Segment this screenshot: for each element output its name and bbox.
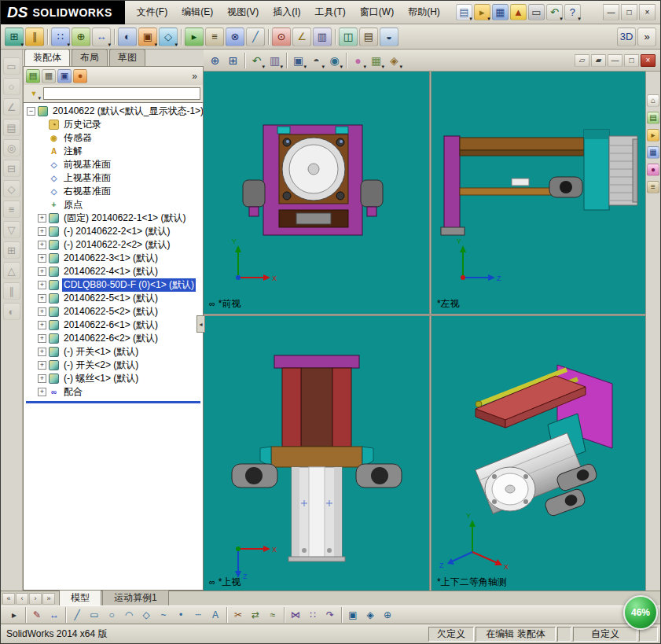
tab-motion-study-1[interactable]: 运动算例1	[102, 590, 169, 605]
centerline-button[interactable]: ┄	[190, 608, 206, 623]
tab-layout[interactable]: 布局	[72, 49, 108, 66]
expand-box[interactable]: +	[38, 374, 46, 383]
menu-help[interactable]: 帮助(H)	[401, 2, 447, 23]
open-document-button[interactable]: ▸▾	[474, 4, 490, 20]
expand-box[interactable]: +	[38, 281, 46, 289]
tree-item[interactable]: −20140622 (默认<默认_显示状态-1>)	[24, 105, 203, 118]
convert-entities-button[interactable]: ⇄	[248, 608, 263, 623]
tree-item[interactable]: +20140622-6<1> (默认)	[24, 318, 203, 332]
expand-box[interactable]: +	[38, 307, 46, 316]
mass-properties-button[interactable]: ▥	[313, 28, 332, 46]
tree-item[interactable]: +20140622-5<2> (默认)	[24, 305, 203, 318]
expand-box[interactable]: +	[38, 321, 46, 329]
new-motion-study-button[interactable]: ▸	[185, 28, 204, 46]
menu-window[interactable]: 窗口(W)	[353, 2, 401, 23]
graphics-viewport[interactable]: Y X ∞ *前视	[204, 72, 645, 591]
tree-item[interactable]: +20140622-5<1> (默认)	[24, 292, 203, 305]
smart-dimension-button[interactable]: ↔	[46, 608, 62, 623]
collapse-box[interactable]: −	[27, 107, 35, 116]
tree-item[interactable]: +原点	[24, 198, 203, 212]
tile-window-button[interactable]: ▱	[575, 54, 589, 67]
spline-button[interactable]: ~	[156, 608, 171, 623]
arc-button[interactable]: ◠	[121, 608, 137, 623]
trim-entities-button[interactable]: ✂	[230, 608, 246, 623]
tree-item[interactable]: +(-) 螺丝<1> (默认)	[24, 372, 203, 385]
menu-insert[interactable]: 插入(I)	[266, 2, 307, 23]
tree-item[interactable]: +∞配合	[24, 385, 203, 399]
cascade-window-button[interactable]: ▰	[591, 54, 606, 67]
minimize-doc-button[interactable]: —	[608, 54, 622, 67]
status-editing-mode[interactable]: 在编辑 装配体	[476, 627, 556, 642]
close-window-button[interactable]: ×	[639, 4, 655, 20]
circle-button[interactable]: ○	[104, 608, 119, 623]
rebuild-alert-button[interactable]: ▲	[510, 4, 527, 20]
tree-item[interactable]: +(-) 开关<1> (默认)	[24, 345, 203, 359]
rectangle-button[interactable]: ▭	[86, 608, 102, 623]
tab-assembly[interactable]: 装配体	[24, 49, 70, 66]
tree-item[interactable]: A注解	[24, 145, 203, 158]
display-style-button[interactable]: ◓▾	[308, 52, 325, 68]
text-button[interactable]: A	[207, 608, 223, 623]
show-hidden-components-button[interactable]: ◐	[118, 28, 137, 46]
tree-item[interactable]: ◇右视基准面	[24, 185, 203, 198]
hide-show-items-button[interactable]: ◉▾	[326, 52, 343, 68]
measure-button[interactable]: ∠	[292, 28, 311, 46]
close-doc-button[interactable]: ×	[641, 54, 655, 67]
restore-doc-button[interactable]: □	[624, 54, 639, 67]
filter-input[interactable]	[43, 87, 200, 100]
maximize-window-button[interactable]: □	[621, 4, 637, 20]
filter-funnel-icon[interactable]: ▼▾	[27, 87, 41, 100]
tree-item[interactable]: +(-) 20140622-2<2> (默认)	[24, 238, 203, 252]
view-cube-button[interactable]: 3D	[617, 28, 636, 46]
tree-item[interactable]: +(固定) 20140622-1<1> (默认)	[24, 212, 203, 225]
expand-box[interactable]: +	[38, 267, 46, 276]
tree-item[interactable]: ◇前视基准面	[24, 158, 203, 171]
select-button[interactable]: ▸	[6, 608, 22, 623]
smart-fasteners-button[interactable]: ⊕	[72, 28, 90, 46]
interference-detection-button[interactable]: ⊙	[272, 28, 291, 46]
tree-item[interactable]: +20140622-3<1> (默认)	[24, 252, 203, 265]
mate-button[interactable]: ∥	[25, 28, 44, 46]
tab-scroll-next-button[interactable]: ›	[29, 593, 42, 605]
custom-properties-tab[interactable]: ≡	[647, 181, 659, 193]
tree-item[interactable]: +(-) 开关<2> (默认)	[24, 359, 203, 372]
rollback-bar[interactable]	[26, 401, 200, 403]
toolbar-overflow-button[interactable]: »	[637, 28, 656, 46]
rapid-sketch-button[interactable]: ◈	[362, 608, 378, 623]
move-component-button[interactable]: ↔▾	[92, 28, 111, 46]
tree-item[interactable]: ◉传感器	[24, 131, 203, 145]
tree-item[interactable]: ◔历史记录	[24, 118, 203, 131]
menu-tools[interactable]: 工具(T)	[308, 2, 353, 23]
tree-item[interactable]: +CDLQB80-50D-F (0)<1> (默认)	[24, 278, 203, 292]
tree-item[interactable]: +20140622-6<2> (默认)	[24, 332, 203, 345]
zoom-area-button[interactable]: ⊞	[225, 52, 241, 68]
exploded-view-button[interactable]: ⊗	[226, 28, 244, 46]
expand-box[interactable]: +	[38, 361, 46, 370]
section-view-button[interactable]: ▥▾	[266, 52, 283, 68]
edit-appearance-button[interactable]: ●▾	[350, 52, 366, 68]
view-front[interactable]: Y X ∞ *前视	[204, 72, 429, 314]
view-palette-tab[interactable]: ▦	[647, 146, 659, 159]
view-settings-button[interactable]: ◈▾	[386, 52, 402, 68]
appearances-tab[interactable]: ●	[647, 164, 659, 176]
previous-view-button[interactable]: ↶▾	[248, 52, 265, 68]
tab-scroll-prev-button[interactable]: ‹	[16, 593, 28, 605]
expand-box[interactable]: +	[38, 254, 46, 263]
sketch-button[interactable]: ✎	[29, 608, 45, 623]
section-view-button[interactable]: ◫	[339, 28, 358, 46]
panel-collapse-arrow[interactable]: ◂	[196, 315, 205, 333]
propertymanager-tab[interactable]: ▦	[42, 69, 56, 83]
panel-overflow-chevron[interactable]: »	[192, 71, 201, 82]
mirror-entities-button[interactable]: ⋈	[288, 608, 303, 623]
apply-scene-button[interactable]: ▦▾	[368, 52, 384, 68]
menu-edit[interactable]: 编辑(E)	[174, 2, 220, 23]
viewport-horizontal-splitter[interactable]	[204, 314, 645, 316]
line-button[interactable]: ╱	[69, 608, 85, 623]
viewport-vertical-splitter[interactable]	[429, 72, 431, 591]
design-library-tab[interactable]: ▤	[647, 112, 659, 124]
view-orientation-button[interactable]: ▤	[359, 28, 378, 46]
offset-entities-button[interactable]: ≈	[265, 608, 281, 623]
tab-scroll-last-button[interactable]: »	[42, 593, 55, 605]
tab-scroll-first-button[interactable]: «	[2, 593, 15, 605]
display-settings-button[interactable]: ◒	[380, 28, 398, 46]
